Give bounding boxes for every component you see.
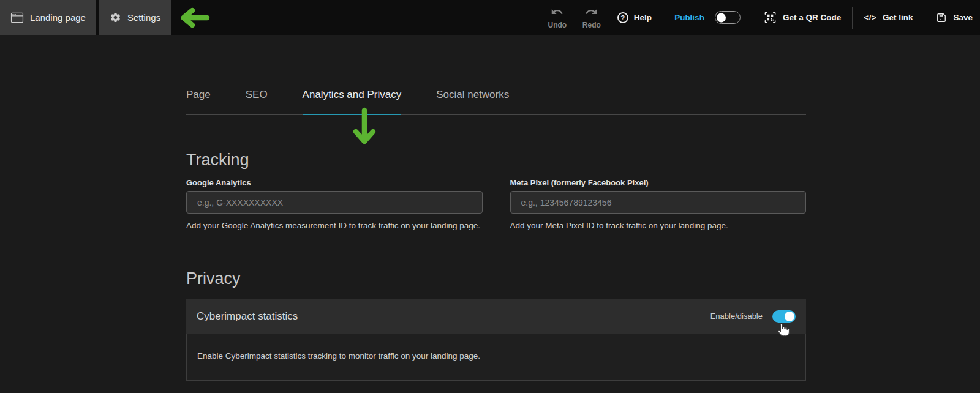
- meta-pixel-label: Meta Pixel (formerly Facebook Pixel): [510, 178, 807, 187]
- google-analytics-field-group: Google Analytics Add your Google Analyti…: [186, 178, 483, 230]
- meta-pixel-field-group: Meta Pixel (formerly Facebook Pixel) Add…: [510, 178, 807, 230]
- cyberimpact-statistics-title: Cyberimpact statistics: [197, 310, 298, 323]
- undo-icon: [551, 6, 564, 18]
- cyberimpact-statistics-card: Cyberimpact statistics Enable/disable En…: [186, 299, 806, 381]
- save-label: Save: [953, 13, 973, 22]
- window-icon: [10, 12, 24, 23]
- toolbar-divider: [663, 7, 663, 29]
- gear-icon: [110, 12, 121, 23]
- redo-label: Redo: [582, 21, 601, 29]
- redo-icon: [585, 6, 598, 18]
- tab-page[interactable]: Page: [186, 89, 211, 115]
- enable-disable-label: Enable/disable: [710, 312, 763, 321]
- google-analytics-helper: Add your Google Analytics measurement ID…: [186, 221, 483, 230]
- tracking-heading: Tracking: [186, 151, 806, 170]
- publish-label: Publish: [674, 13, 704, 22]
- undo-button[interactable]: Undo: [540, 6, 575, 29]
- nav-landing-page-label: Landing page: [30, 12, 86, 23]
- meta-pixel-input[interactable]: [510, 191, 807, 214]
- save-button[interactable]: Save: [935, 12, 973, 24]
- privacy-heading: Privacy: [186, 269, 806, 288]
- toolbar-divider: [752, 7, 752, 29]
- tab-social-networks[interactable]: Social networks: [436, 89, 509, 115]
- help-button[interactable]: ? Help: [617, 12, 652, 23]
- cyberimpact-statistics-header: Cyberimpact statistics Enable/disable: [186, 299, 806, 334]
- get-link-label: Get link: [883, 13, 913, 22]
- tracking-fields: Google Analytics Add your Google Analyti…: [186, 178, 806, 230]
- get-link-button[interactable]: </> Get link: [864, 13, 913, 22]
- meta-pixel-helper: Add your Meta Pixel ID to track traffic …: [510, 221, 807, 230]
- cyberimpact-statistics-description: Enable Cyberimpact statistics tracking t…: [197, 351, 480, 361]
- undo-label: Undo: [548, 21, 567, 29]
- cyberimpact-statistics-toggle[interactable]: [772, 310, 796, 323]
- green-arrow-down-annotation-icon: [351, 107, 378, 146]
- nav-settings[interactable]: Settings: [99, 0, 171, 35]
- publish-toggle-knob: [717, 13, 726, 22]
- toolbar-actions: Undo Redo ? Help Publish: [540, 0, 980, 35]
- redo-button[interactable]: Redo: [575, 6, 609, 29]
- help-icon: ?: [617, 12, 628, 23]
- settings-panel: Page SEO Analytics and Privacy Social ne…: [0, 35, 980, 393]
- nav-settings-label: Settings: [127, 12, 160, 23]
- save-icon: [935, 12, 948, 24]
- google-analytics-label: Google Analytics: [186, 178, 483, 187]
- publish-control: Publish: [674, 11, 741, 24]
- publish-toggle[interactable]: [715, 11, 741, 24]
- settings-tab-bar: Page SEO Analytics and Privacy Social ne…: [186, 89, 806, 115]
- toolbar-divider: [924, 7, 924, 29]
- green-arrow-left-annotation-icon: [177, 0, 210, 35]
- get-qr-code-button[interactable]: Get a QR Code: [763, 10, 841, 24]
- help-label: Help: [634, 13, 652, 22]
- tab-seo[interactable]: SEO: [246, 89, 268, 115]
- cyberimpact-statistics-body: Enable Cyberimpact statistics tracking t…: [186, 334, 806, 381]
- google-analytics-input[interactable]: [186, 191, 483, 214]
- get-qr-code-label: Get a QR Code: [783, 13, 841, 22]
- code-brackets-icon: </>: [864, 13, 877, 22]
- qr-code-icon: [763, 10, 777, 24]
- cyberimpact-toggle-knob: [785, 312, 794, 321]
- nav-landing-page[interactable]: Landing page: [0, 0, 96, 35]
- top-toolbar: Landing page Settings Undo: [0, 0, 980, 35]
- toolbar-divider: [852, 7, 853, 29]
